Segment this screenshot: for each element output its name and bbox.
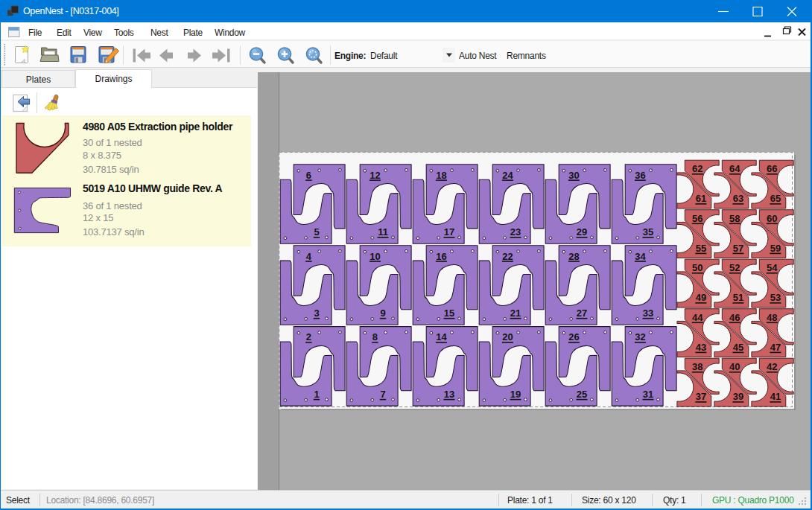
svg-text:33: 33 bbox=[643, 307, 653, 319]
svg-text:16: 16 bbox=[436, 251, 446, 262]
svg-text:13: 13 bbox=[444, 389, 454, 400]
svg-text:55: 55 bbox=[696, 243, 706, 254]
svg-text:39: 39 bbox=[733, 391, 743, 402]
svg-text:60: 60 bbox=[767, 213, 777, 224]
svg-text:3: 3 bbox=[314, 307, 319, 319]
svg-text:21: 21 bbox=[510, 307, 521, 319]
svg-text:52: 52 bbox=[729, 262, 740, 273]
svg-text:15: 15 bbox=[444, 307, 454, 319]
svg-text:58: 58 bbox=[729, 213, 740, 224]
svg-text:57: 57 bbox=[733, 243, 743, 254]
svg-text:42: 42 bbox=[767, 361, 777, 372]
svg-text:10: 10 bbox=[369, 251, 380, 262]
svg-text:48: 48 bbox=[767, 312, 777, 323]
svg-text:30: 30 bbox=[568, 170, 579, 181]
svg-text:61: 61 bbox=[696, 193, 706, 204]
svg-text:38: 38 bbox=[692, 361, 702, 372]
svg-text:24: 24 bbox=[502, 170, 513, 181]
svg-text:14: 14 bbox=[436, 331, 447, 342]
svg-text:53: 53 bbox=[770, 292, 781, 303]
svg-text:1: 1 bbox=[314, 389, 319, 400]
svg-text:43: 43 bbox=[696, 342, 706, 353]
svg-text:20: 20 bbox=[502, 331, 513, 342]
svg-text:66: 66 bbox=[767, 163, 777, 174]
svg-text:7: 7 bbox=[380, 389, 385, 400]
svg-text:19: 19 bbox=[510, 389, 521, 400]
svg-text:2: 2 bbox=[306, 331, 311, 342]
svg-text:47: 47 bbox=[770, 342, 781, 353]
svg-text:6: 6 bbox=[306, 170, 311, 181]
svg-text:45: 45 bbox=[733, 342, 743, 353]
svg-text:11: 11 bbox=[378, 226, 388, 238]
svg-text:4: 4 bbox=[306, 251, 312, 262]
svg-text:31: 31 bbox=[643, 389, 653, 400]
svg-text:8: 8 bbox=[372, 331, 378, 342]
svg-text:44: 44 bbox=[692, 312, 703, 323]
svg-text:27: 27 bbox=[577, 307, 587, 319]
svg-text:56: 56 bbox=[692, 213, 702, 224]
svg-text:23: 23 bbox=[510, 226, 521, 238]
svg-text:51: 51 bbox=[733, 292, 743, 303]
svg-text:50: 50 bbox=[692, 262, 702, 273]
svg-text:5: 5 bbox=[314, 226, 319, 238]
svg-text:59: 59 bbox=[770, 243, 781, 254]
svg-text:28: 28 bbox=[568, 251, 579, 262]
svg-text:64: 64 bbox=[729, 163, 740, 174]
svg-text:34: 34 bbox=[635, 251, 646, 262]
svg-text:29: 29 bbox=[577, 226, 587, 238]
svg-text:65: 65 bbox=[770, 193, 781, 204]
svg-text:26: 26 bbox=[568, 331, 579, 342]
svg-text:36: 36 bbox=[635, 170, 645, 181]
svg-text:35: 35 bbox=[643, 226, 653, 238]
svg-text:12: 12 bbox=[369, 170, 380, 181]
svg-text:17: 17 bbox=[444, 226, 454, 238]
svg-text:46: 46 bbox=[729, 312, 740, 323]
svg-text:54: 54 bbox=[767, 262, 778, 273]
svg-text:18: 18 bbox=[436, 170, 446, 181]
svg-text:9: 9 bbox=[380, 307, 385, 319]
svg-text:63: 63 bbox=[733, 193, 743, 204]
svg-text:22: 22 bbox=[502, 251, 513, 262]
svg-text:25: 25 bbox=[577, 389, 587, 400]
svg-text:37: 37 bbox=[696, 391, 706, 402]
svg-text:40: 40 bbox=[729, 361, 740, 372]
svg-text:41: 41 bbox=[770, 391, 781, 402]
svg-text:49: 49 bbox=[696, 292, 706, 303]
svg-text:32: 32 bbox=[635, 331, 645, 342]
svg-text:62: 62 bbox=[692, 163, 702, 174]
